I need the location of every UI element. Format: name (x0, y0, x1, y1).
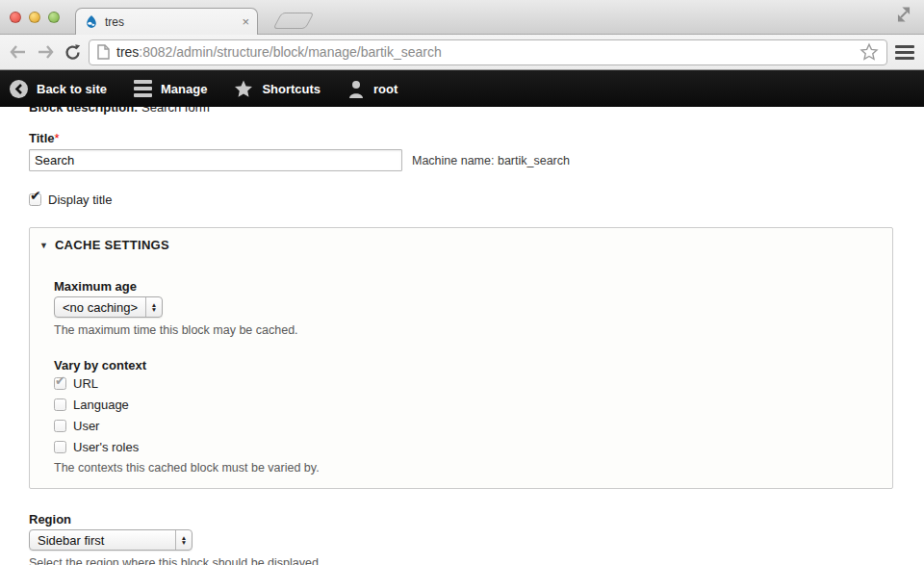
block-description-line: Block description: Search form (29, 107, 895, 115)
vary-by-context-label: Vary by context (54, 358, 883, 372)
reload-icon[interactable] (62, 40, 83, 64)
region-description: Select the region where this block shoul… (29, 556, 895, 565)
context-option-user[interactable]: User (54, 415, 883, 436)
url-host: tres (116, 44, 139, 60)
title-field-label: Title (29, 131, 55, 145)
shortcuts-link[interactable]: Shortcuts (234, 80, 321, 98)
traffic-lights (10, 12, 60, 23)
vary-by-context-description: The contexts this cached block must be v… (54, 461, 883, 475)
context-option-language[interactable]: Language (54, 394, 883, 415)
region-value: Sidebar first (30, 533, 175, 548)
block-description-label: Block description: (29, 107, 138, 115)
minimize-window-button[interactable] (29, 12, 40, 23)
maximum-age-label: Maximum age (54, 279, 883, 294)
context-users-roles-checkbox[interactable] (54, 441, 66, 453)
collapse-arrow-icon: ▼ (39, 241, 48, 250)
browser-tab[interactable]: tres × (75, 8, 258, 35)
new-tab-button[interactable] (272, 13, 314, 29)
tab-title: tres (105, 15, 236, 29)
context-option-url: URL (54, 372, 883, 394)
bookmark-star-icon[interactable] (860, 42, 879, 62)
zoom-window-button[interactable] (48, 12, 60, 23)
window-titlebar: tres × (0, 0, 924, 35)
maximum-age-value: <no caching> (55, 300, 145, 315)
required-marker: * (55, 131, 60, 145)
user-label: root (373, 82, 398, 96)
page-document-icon (97, 44, 110, 60)
back-to-site-label: Back to site (37, 82, 107, 96)
context-option-users-roles[interactable]: User's roles (54, 436, 883, 457)
context-user-label: User (73, 419, 99, 433)
fullscreen-resize-icon[interactable] (895, 6, 912, 23)
url-path: :8082/admin/structure/block/manage/barti… (139, 44, 441, 60)
block-description-value: Search form (141, 107, 210, 115)
drupal-favicon-icon (84, 14, 99, 30)
cache-settings-legend[interactable]: ▼ CACHE SETTINGS (39, 238, 883, 252)
back-to-site-link[interactable]: Back to site (10, 80, 107, 98)
chrome-menu-icon[interactable] (893, 40, 916, 64)
manage-label: Manage (161, 82, 207, 96)
user-account-link[interactable]: root (347, 80, 398, 98)
url-text: tres:8082/admin/structure/block/manage/b… (116, 44, 442, 60)
context-language-label: Language (73, 398, 129, 412)
user-person-icon (347, 80, 365, 98)
select-arrows-icon: ▲▼ (145, 297, 162, 317)
forward-icon[interactable] (35, 40, 56, 64)
maximum-age-description: The maximum time this block may be cache… (54, 323, 883, 337)
block-configure-form: Block description: Search form Title* Ma… (0, 107, 924, 565)
region-label: Region (29, 512, 895, 526)
region-select[interactable]: Sidebar first ▲▼ (29, 529, 192, 551)
context-users-roles-label: User's roles (73, 440, 139, 454)
display-title-option[interactable]: Display title (29, 193, 895, 207)
context-user-checkbox[interactable] (54, 420, 66, 432)
context-language-checkbox[interactable] (54, 398, 66, 411)
drupal-admin-toolbar: Back to site Manage Shortcuts root (0, 70, 924, 107)
url-omnibox[interactable]: tres:8082/admin/structure/block/manage/b… (89, 39, 887, 65)
back-chevron-icon (10, 80, 28, 98)
display-title-checkbox[interactable] (29, 193, 41, 206)
select-arrows-icon: ▲▼ (175, 530, 192, 550)
cache-settings-fieldset: ▼ CACHE SETTINGS Maximum age <no caching… (29, 227, 893, 489)
machine-name-text: Machine name: bartik_search (412, 154, 570, 167)
shortcuts-star-icon (234, 80, 253, 98)
cache-settings-title: CACHE SETTINGS (55, 238, 169, 252)
tab-close-icon[interactable]: × (242, 14, 249, 29)
display-title-label: Display title (48, 193, 112, 207)
manage-menu-icon (134, 80, 152, 97)
title-input[interactable] (29, 149, 402, 171)
context-url-label: URL (73, 376, 98, 391)
shortcuts-label: Shortcuts (262, 82, 321, 96)
back-icon[interactable] (8, 40, 29, 64)
close-window-button[interactable] (10, 12, 21, 23)
maximum-age-select[interactable]: <no caching> ▲▼ (54, 296, 163, 318)
manage-menu-link[interactable]: Manage (134, 80, 207, 97)
context-url-checkbox (54, 377, 66, 390)
browser-navbar: tres:8082/admin/structure/block/manage/b… (0, 35, 924, 70)
